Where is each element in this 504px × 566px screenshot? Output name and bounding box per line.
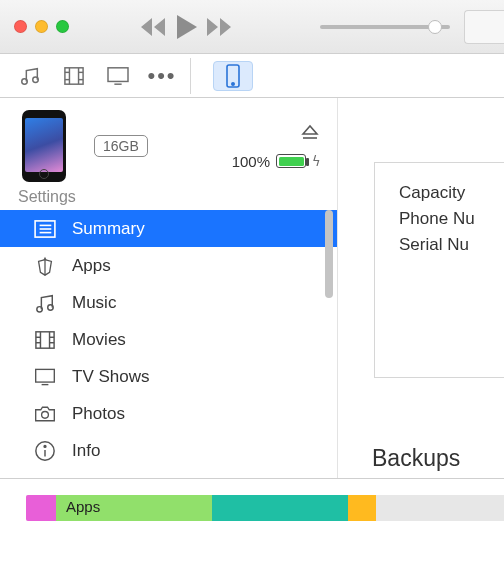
traffic-lights	[14, 20, 69, 33]
detail-panel: Capacity Phone Nu Serial Nu Backups	[338, 98, 504, 478]
svg-rect-2	[65, 67, 83, 83]
sidebar-item-label: Movies	[72, 330, 126, 350]
window-titlebar	[0, 0, 504, 54]
sidebar-item-label: Apps	[72, 256, 111, 276]
device-tab-button[interactable]	[213, 61, 253, 91]
tab-divider	[190, 58, 191, 94]
info-icon	[34, 440, 56, 462]
music-icon	[34, 292, 56, 314]
charging-icon: ϟ	[312, 154, 321, 169]
movies-icon	[34, 330, 56, 350]
camera-icon	[34, 404, 56, 424]
svg-point-32	[44, 445, 46, 447]
sidebar-item-label: Music	[72, 293, 116, 313]
device-info-box: Capacity Phone Nu Serial Nu	[374, 162, 504, 378]
backups-heading: Backups	[372, 445, 460, 472]
svg-point-19	[37, 306, 42, 311]
storage-segment-other2	[348, 495, 376, 521]
summary-icon	[34, 220, 56, 238]
sidebar-item-apps[interactable]: Apps	[0, 247, 337, 284]
svg-rect-28	[36, 369, 55, 382]
battery-status: 100% ϟ	[232, 153, 321, 170]
storage-segment-other1	[212, 495, 348, 521]
svg-point-30	[42, 411, 49, 418]
storage-bar-section: Apps	[0, 478, 504, 521]
storage-segment-apps: Apps	[56, 495, 212, 521]
sidebar-item-label: Summary	[72, 219, 145, 239]
movies-tab-icon[interactable]	[54, 61, 94, 91]
sidebar-settings-list: Summary Apps Music Movies	[0, 210, 337, 469]
playback-controls	[139, 13, 233, 41]
volume-slider-area	[320, 10, 504, 44]
play-icon[interactable]	[173, 13, 199, 41]
ellipsis-icon: •••	[147, 65, 176, 87]
tvshows-tab-icon[interactable]	[98, 61, 138, 91]
sidebar-item-label: Photos	[72, 404, 125, 424]
eject-button[interactable]	[301, 123, 319, 145]
next-track-icon[interactable]	[205, 16, 233, 38]
music-tab-icon[interactable]	[10, 61, 50, 91]
detail-capacity-label: Capacity	[399, 183, 504, 203]
detail-serial-number-label: Serial Nu	[399, 235, 504, 255]
volume-slider[interactable]	[320, 25, 450, 29]
battery-percent-label: 100%	[232, 153, 270, 170]
lcd-display	[464, 10, 504, 44]
sidebar-item-label: Info	[72, 441, 100, 461]
sidebar-section-heading: Settings	[0, 184, 337, 210]
device-sidebar: 16GB 100% ϟ Settings Summary	[0, 98, 338, 478]
storage-capacity-badge: 16GB	[94, 135, 148, 157]
sidebar-item-info[interactable]: Info	[0, 432, 337, 469]
detail-phone-number-label: Phone Nu	[399, 209, 504, 229]
device-thumbnail	[22, 110, 66, 182]
apps-icon	[34, 255, 56, 277]
scrollbar[interactable]	[325, 210, 333, 298]
tv-icon	[34, 367, 56, 387]
more-tabs-button[interactable]: •••	[142, 61, 182, 91]
window-zoom-button[interactable]	[56, 20, 69, 33]
svg-rect-9	[108, 67, 128, 81]
sidebar-item-photos[interactable]: Photos	[0, 395, 337, 432]
storage-segment-audio	[26, 495, 56, 521]
storage-segment-label: Apps	[66, 498, 100, 515]
device-header: 16GB 100% ϟ	[0, 98, 337, 184]
volume-slider-knob[interactable]	[428, 20, 442, 34]
window-minimize-button[interactable]	[35, 20, 48, 33]
sidebar-item-summary[interactable]: Summary	[0, 210, 337, 247]
library-tabs: •••	[0, 54, 504, 98]
sidebar-item-movies[interactable]: Movies	[0, 321, 337, 358]
svg-rect-21	[36, 331, 54, 347]
battery-icon	[276, 154, 306, 168]
previous-track-icon[interactable]	[139, 16, 167, 38]
svg-point-12	[232, 82, 234, 84]
sidebar-item-music[interactable]: Music	[0, 284, 337, 321]
window-close-button[interactable]	[14, 20, 27, 33]
sidebar-item-label: TV Shows	[72, 367, 149, 387]
sidebar-item-tvshows[interactable]: TV Shows	[0, 358, 337, 395]
svg-point-20	[48, 304, 53, 309]
storage-bar: Apps	[26, 495, 504, 521]
